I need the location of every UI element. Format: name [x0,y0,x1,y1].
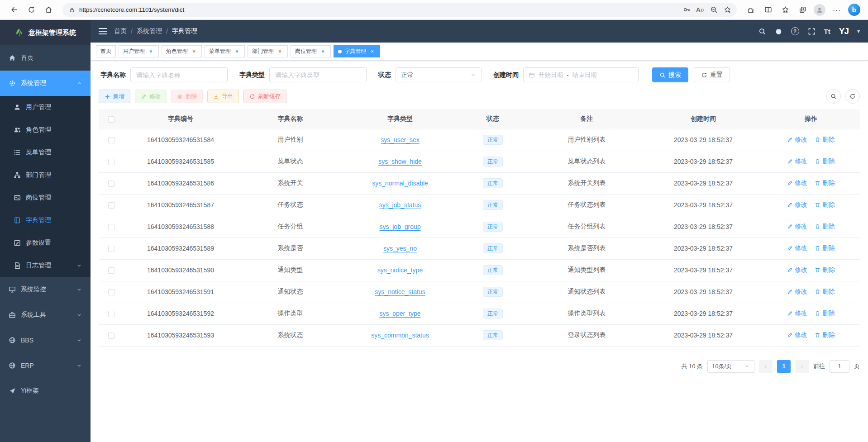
extensions-icon[interactable] [743,2,758,18]
browser-home-icon[interactable] [41,2,56,18]
row-checkbox[interactable] [108,159,114,165]
row-checkbox[interactable] [108,137,114,143]
tab-1[interactable]: 用户管理 [119,45,159,57]
row-checkbox[interactable] [108,289,114,295]
sidebar-item-system-monitor[interactable]: 系统监控 [0,277,91,302]
dict-type-link[interactable]: sys_user_sex [381,136,420,143]
browser-menu-icon[interactable] [829,2,844,18]
sidebar-item-erp[interactable]: ERP [0,353,91,378]
breadcrumb-item[interactable]: 首页 [114,27,127,35]
edit-row-button[interactable]: 修改 [787,223,807,231]
delete-row-button[interactable]: 删除 [815,179,835,187]
status-select[interactable]: 正常 [396,67,482,82]
back-icon[interactable] [6,2,22,18]
sidebar-item-dept-mgmt[interactable]: 部门管理 [0,164,91,186]
sidebar-item-system-mgmt[interactable]: 系统管理 [0,71,91,96]
tab-3[interactable]: 菜单管理 [205,45,245,57]
page-number-1[interactable]: 1 [777,360,791,373]
header-search-icon[interactable] [758,28,766,35]
profile-avatar[interactable] [812,2,827,18]
export-button[interactable]: 导出 [207,90,239,103]
dict-type-link[interactable]: sys_oper_type [379,310,420,317]
password-key-icon[interactable] [680,4,693,16]
row-checkbox[interactable] [108,224,114,230]
font-size-icon[interactable] [824,28,830,35]
sidebar-item-post-mgmt[interactable]: 岗位管理 [0,186,91,209]
edit-row-button[interactable]: 修改 [787,309,807,318]
tab-2[interactable]: 角色管理 [162,45,202,57]
date-range-picker[interactable]: 开始日期 - 结束日期 [523,67,639,82]
row-checkbox[interactable] [108,202,114,209]
dict-type-link[interactable]: sys_show_hide [378,158,422,165]
delete-row-button[interactable]: 删除 [815,157,835,166]
sidebar-item-dict-mgmt[interactable]: 字典管理 [0,209,91,232]
user-menu-chevron-icon[interactable] [857,28,860,34]
search-button[interactable]: 搜索 [652,67,688,82]
user-logo[interactable] [839,26,849,36]
github-icon[interactable] [775,28,782,35]
dict-type-link[interactable]: sys_yes_no [383,245,417,252]
edit-row-button[interactable]: 修改 [787,288,807,296]
collections-icon[interactable] [795,2,810,18]
delete-row-button[interactable]: 删除 [815,223,835,231]
goto-page-input[interactable] [830,360,849,373]
delete-row-button[interactable]: 删除 [815,201,835,209]
tab-close-icon[interactable] [320,48,326,55]
address-bar[interactable]: https://ccnetcore.com:1101/system/dict [62,3,737,17]
dict-type-link[interactable]: sys_common_status [371,332,429,339]
tab-close-icon[interactable] [148,48,154,55]
add-button[interactable]: 新增 [99,90,130,103]
breadcrumb-item[interactable]: 系统管理 [137,27,162,35]
dict-name-input[interactable] [130,67,228,82]
dict-type-link[interactable]: sys_notice_status [375,288,425,295]
delete-row-button[interactable]: 删除 [815,288,835,296]
split-screen-icon[interactable] [760,2,776,18]
edit-row-button[interactable]: 修改 [787,136,807,144]
sidebar-item-home[interactable]: 首页 [0,45,91,71]
edit-button[interactable]: 修改 [135,90,167,103]
browser-refresh-icon[interactable] [24,2,39,18]
edit-row-button[interactable]: 修改 [787,266,807,274]
page-size-select[interactable]: 10条/页 [707,360,754,373]
help-icon[interactable] [791,27,799,35]
tab-close-icon[interactable] [369,48,376,55]
zoom-out-icon[interactable] [707,4,720,16]
edit-row-button[interactable]: 修改 [787,244,807,252]
sidebar-item-param-settings[interactable]: 参数设置 [0,232,91,254]
tab-0[interactable]: 首页 [96,45,116,57]
favorites-add-icon[interactable] [720,4,734,16]
sidebar-item-user-mgmt[interactable]: 用户管理 [0,96,91,119]
delete-button[interactable]: 删除 [171,90,203,103]
sidebar-item-bbs[interactable]: BBS [0,328,91,353]
sidebar-item-yi-framework[interactable]: Yi框架 [0,378,91,404]
read-aloud-icon[interactable] [693,4,707,16]
dict-type-link[interactable]: sys_job_group [379,223,420,230]
delete-row-button[interactable]: 删除 [815,309,835,318]
refresh-cache-button[interactable]: 刷新缓存 [243,90,286,103]
edit-row-button[interactable]: 修改 [787,179,807,187]
tab-close-icon[interactable] [277,48,283,55]
favorites-bar-icon[interactable] [777,2,793,18]
tab-close-icon[interactable] [191,48,197,55]
sidebar-item-system-tools[interactable]: 系统工具 [0,302,91,328]
tab-6[interactable]: 字典管理 [334,45,380,57]
sidebar-item-role-mgmt[interactable]: 角色管理 [0,119,91,141]
delete-row-button[interactable]: 删除 [815,244,835,252]
select-all-checkbox[interactable] [108,116,114,123]
edit-row-button[interactable]: 修改 [787,331,807,339]
row-checkbox[interactable] [108,181,114,187]
app-logo[interactable]: 意框架管理系统 [0,20,91,45]
delete-row-button[interactable]: 删除 [815,331,835,339]
delete-row-button[interactable]: 删除 [815,136,835,144]
tab-close-icon[interactable] [234,48,240,55]
sidebar-item-menu-mgmt[interactable]: 菜单管理 [0,141,91,164]
toggle-search-button[interactable] [826,89,841,104]
row-checkbox[interactable] [108,267,114,274]
refresh-table-button[interactable] [845,89,860,104]
dict-type-link[interactable]: sys_notice_type [377,266,423,274]
hamburger-icon[interactable] [99,28,107,34]
bing-chat-icon[interactable] [846,2,862,18]
reset-button[interactable]: 重置 [694,67,730,82]
next-page-button[interactable] [795,360,809,373]
edit-row-button[interactable]: 修改 [787,201,807,209]
